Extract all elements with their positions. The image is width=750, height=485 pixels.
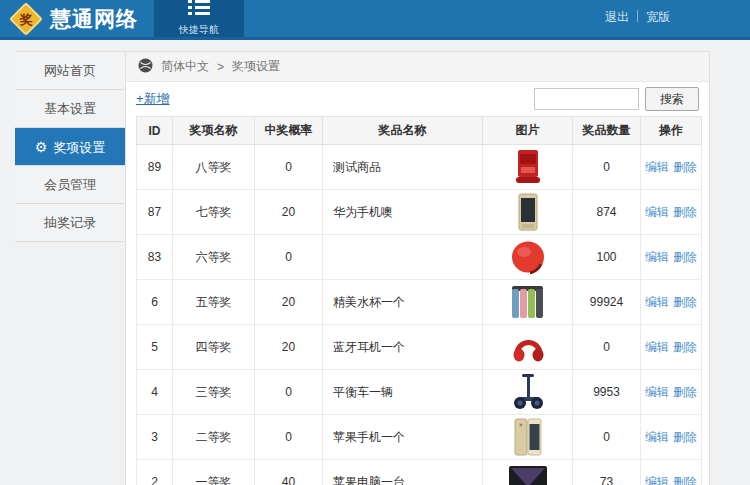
cell-item-name: 华为手机噢 <box>323 190 483 235</box>
sidebar-item-label: 网站首页 <box>44 63 96 78</box>
cell-probability: 0 <box>255 370 323 415</box>
table-row: 87七等奖20华为手机噢874编辑删除 <box>137 190 702 235</box>
search-button[interactable]: 搜索 <box>645 87 699 111</box>
table-row: 5四等奖20蓝牙耳机一个0编辑删除 <box>137 325 702 370</box>
sidebar-item-label: 基本设置 <box>44 101 96 116</box>
cell-id: 3 <box>137 415 173 460</box>
edit-link[interactable]: 编辑 <box>645 160 669 174</box>
cell-quantity: 9953 <box>573 370 641 415</box>
edit-link[interactable]: 编辑 <box>645 340 669 354</box>
delete-link[interactable]: 删除 <box>673 250 697 264</box>
cell-item-name <box>323 235 483 280</box>
column-header-3: 奖品名称 <box>323 117 483 145</box>
sidebar-item-4[interactable]: 抽奖记录 <box>15 204 125 242</box>
cell-image <box>483 235 573 280</box>
cell-operations: 编辑删除 <box>641 280 702 325</box>
brand-name: 慧通网络 <box>50 5 138 33</box>
cell-probability: 0 <box>255 415 323 460</box>
table-row: 83六等奖0100编辑删除 <box>137 235 702 280</box>
table-header-row: ID奖项名称中奖概率奖品名称图片奖品数量操作 <box>137 117 702 145</box>
cell-item-name: 平衡车一辆 <box>323 370 483 415</box>
cell-image <box>483 370 573 415</box>
cell-operations: 编辑删除 <box>641 460 702 485</box>
prize-image-red-gift-machine <box>513 149 543 185</box>
column-header-6: 操作 <box>641 117 702 145</box>
cell-prize-name: 六等奖 <box>173 235 255 280</box>
gear-icon: ⚙ <box>35 139 48 155</box>
prize-image-imac <box>508 465 548 485</box>
content-inner: +新增 搜索 ID奖项名称中奖概率奖品名称图片奖品数量操作 89八等奖0测试商品… <box>126 82 709 485</box>
cell-image <box>483 460 573 485</box>
cell-item-name: 精美水杯一个 <box>323 280 483 325</box>
cell-probability: 20 <box>255 325 323 370</box>
sidebar-item-2[interactable]: ⚙奖项设置 <box>15 128 125 166</box>
globe-icon <box>138 58 153 76</box>
delete-link[interactable]: 删除 <box>673 295 697 309</box>
column-header-4: 图片 <box>483 117 573 145</box>
list-icon <box>188 0 210 19</box>
cell-prize-name: 三等奖 <box>173 370 255 415</box>
cell-prize-name: 八等奖 <box>173 145 255 190</box>
header-divider <box>637 10 638 22</box>
sidebar-item-3[interactable]: 会员管理 <box>15 166 125 204</box>
prize-image-segway <box>513 373 543 411</box>
cell-item-name: 苹果电脑一台 <box>323 460 483 485</box>
wide-version-link[interactable]: 宽版 <box>646 9 670 26</box>
column-header-5: 奖品数量 <box>573 117 641 145</box>
cell-id: 87 <box>137 190 173 235</box>
cell-operations: 编辑删除 <box>641 190 702 235</box>
cell-image <box>483 325 573 370</box>
breadcrumb: 简体中文 > 奖项设置 <box>126 52 709 82</box>
table-row: 6五等奖20精美水杯一个99924编辑删除 <box>137 280 702 325</box>
add-new-link[interactable]: +新增 <box>136 90 170 108</box>
cell-probability: 20 <box>255 190 323 235</box>
prize-image-red-robot <box>510 240 546 274</box>
sidebar-item-label: 奖项设置 <box>53 140 105 155</box>
sidebar-item-label: 会员管理 <box>44 177 96 192</box>
column-header-1: 奖项名称 <box>173 117 255 145</box>
table-row: 3二等奖0苹果手机一个0编辑删除 <box>137 415 702 460</box>
cell-prize-name: 四等奖 <box>173 325 255 370</box>
edit-link[interactable]: 编辑 <box>645 430 669 444</box>
sidebar-item-0[interactable]: 网站首页 <box>15 52 125 90</box>
sidebar-item-1[interactable]: 基本设置 <box>15 90 125 128</box>
cell-id: 6 <box>137 280 173 325</box>
prize-image-red-headphones <box>510 330 546 364</box>
delete-link[interactable]: 删除 <box>673 385 697 399</box>
prize-table-body: 89八等奖0测试商品0编辑删除87七等奖20华为手机噢874编辑删除83六等奖0… <box>137 145 702 485</box>
delete-link[interactable]: 删除 <box>673 430 697 444</box>
column-header-2: 中奖概率 <box>255 117 323 145</box>
prize-image-gold-iphone <box>514 418 542 456</box>
toolbar: +新增 搜索 <box>136 87 699 111</box>
cell-prize-name: 五等奖 <box>173 280 255 325</box>
cell-quantity: 0 <box>573 145 641 190</box>
cell-operations: 编辑删除 <box>641 145 702 190</box>
cell-operations: 编辑删除 <box>641 370 702 415</box>
breadcrumb-page: 奖项设置 <box>232 58 280 75</box>
edit-link[interactable]: 编辑 <box>645 475 669 485</box>
delete-link[interactable]: 删除 <box>673 205 697 219</box>
edit-link[interactable]: 编辑 <box>645 385 669 399</box>
logout-link[interactable]: 退出 <box>605 9 629 26</box>
cell-item-name: 苹果手机一个 <box>323 415 483 460</box>
edit-link[interactable]: 编辑 <box>645 295 669 309</box>
sidebar-menu: 网站首页基本设置⚙奖项设置会员管理抽奖记录 <box>15 51 125 242</box>
search-input[interactable] <box>534 88 639 110</box>
cell-quantity: 874 <box>573 190 641 235</box>
cell-image <box>483 190 573 235</box>
delete-link[interactable]: 删除 <box>673 340 697 354</box>
edit-link[interactable]: 编辑 <box>645 205 669 219</box>
brand: 奖 慧通网络 <box>0 0 154 37</box>
edit-link[interactable]: 编辑 <box>645 250 669 264</box>
breadcrumb-language[interactable]: 简体中文 <box>161 58 209 75</box>
cell-quantity: 100 <box>573 235 641 280</box>
header-links: 退出 宽版 <box>605 0 750 37</box>
cell-prize-name: 二等奖 <box>173 415 255 460</box>
cell-prize-name: 一等奖 <box>173 460 255 485</box>
cell-probability: 0 <box>255 235 323 280</box>
cell-id: 2 <box>137 460 173 485</box>
cell-image <box>483 145 573 190</box>
delete-link[interactable]: 删除 <box>673 160 697 174</box>
quick-nav-button[interactable]: 快捷导航 <box>154 0 244 37</box>
delete-link[interactable]: 删除 <box>673 475 697 485</box>
